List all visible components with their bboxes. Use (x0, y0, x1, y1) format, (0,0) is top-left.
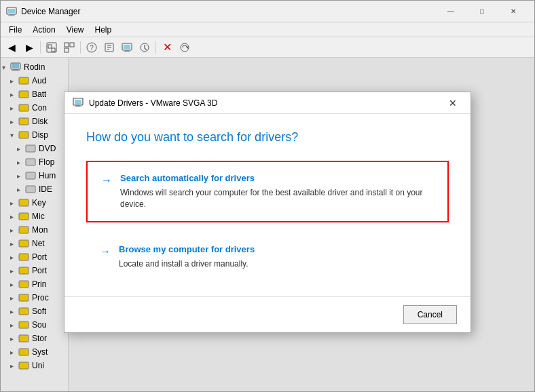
browse-manually-option[interactable]: → Browse my computer for drivers Locate … (86, 233, 449, 281)
menu-view[interactable]: View (61, 24, 90, 36)
browse-content: Browse my computer for drivers Locate an… (119, 244, 255, 270)
menu-help[interactable]: Help (90, 24, 117, 36)
toolbar-monitor[interactable] (119, 39, 135, 56)
svg-rect-51 (76, 105, 80, 106)
search-auto-content: Search automatically for drivers Windows… (120, 173, 434, 210)
search-auto-desc: Windows will search your computer for th… (120, 187, 434, 210)
main-content: ▾ Rodin ▸ Aud ▸ Batt ▸ (1, 58, 534, 391)
toolbar-sep-1 (40, 41, 41, 54)
toolbar-expand[interactable] (43, 39, 60, 56)
window-icon (6, 6, 17, 17)
dialog-overlay: Update Drivers - VMware SVGA 3D ✕ How do… (1, 58, 534, 391)
toolbar-sep-2 (80, 41, 81, 54)
svg-rect-7 (64, 43, 69, 47)
toolbar-sep-3 (155, 41, 156, 54)
toolbar-forward[interactable]: ▶ (21, 39, 37, 56)
maximize-button[interactable]: □ (466, 1, 498, 22)
window-close-button[interactable]: ✕ (498, 1, 529, 22)
search-auto-title: Search automatically for drivers (120, 173, 434, 183)
dialog-heading: How do you want to search for drivers? (86, 130, 449, 144)
device-manager-window: Device Manager — □ ✕ File Action View He… (0, 0, 535, 392)
dialog-body: How do you want to search for drivers? →… (64, 114, 471, 296)
toolbar: ◀ ▶ ? ✕ (1, 37, 534, 58)
minimize-button[interactable]: — (435, 1, 466, 22)
svg-rect-6 (52, 48, 55, 52)
svg-rect-9 (64, 48, 69, 52)
toolbar-help[interactable]: ? (84, 39, 100, 56)
svg-rect-18 (125, 50, 129, 52)
toolbar-update[interactable] (136, 39, 153, 56)
window-title: Device Manager (21, 7, 80, 16)
dialog-footer: Cancel (64, 296, 471, 332)
svg-rect-50 (75, 100, 81, 104)
toolbar-back[interactable]: ◀ (3, 39, 20, 56)
browse-title: Browse my computer for drivers (119, 244, 255, 254)
dialog-close-button[interactable]: ✕ (443, 94, 462, 113)
dialog-titlebar: Update Drivers - VMware SVGA 3D ✕ (64, 92, 471, 114)
svg-text:?: ? (90, 44, 94, 52)
menubar: File Action View Help (1, 22, 534, 37)
svg-rect-19 (124, 51, 130, 52)
menu-action[interactable]: Action (27, 24, 60, 36)
toolbar-properties[interactable] (101, 39, 117, 56)
svg-rect-17 (124, 45, 130, 49)
dialog-title: Update Drivers - VMware SVGA 3D (89, 98, 217, 108)
browse-desc: Locate and install a driver manually. (119, 258, 255, 270)
svg-rect-5 (48, 45, 52, 48)
update-drivers-dialog: Update Drivers - VMware SVGA 3D ✕ How do… (64, 92, 471, 333)
svg-rect-2 (10, 14, 14, 16)
window-controls: — □ ✕ (435, 1, 529, 22)
search-auto-arrow: → (101, 174, 112, 187)
toolbar-remove[interactable]: ✕ (159, 39, 175, 56)
svg-rect-3 (8, 15, 15, 16)
dialog-monitor-icon (73, 98, 84, 109)
cancel-button[interactable]: Cancel (403, 305, 457, 324)
dialog-titlebar-left: Update Drivers - VMware SVGA 3D (73, 98, 217, 109)
search-automatically-option[interactable]: → Search automatically for drivers Windo… (86, 161, 449, 222)
browse-arrow: → (100, 246, 111, 258)
titlebar: Device Manager — □ ✕ (1, 1, 534, 22)
svg-rect-1 (8, 9, 15, 13)
svg-rect-52 (75, 106, 81, 106)
svg-rect-8 (70, 43, 74, 47)
toolbar-collapse[interactable] (61, 39, 77, 56)
titlebar-left: Device Manager (6, 6, 80, 17)
menu-file[interactable]: File (3, 24, 27, 36)
toolbar-scan[interactable] (177, 39, 193, 56)
